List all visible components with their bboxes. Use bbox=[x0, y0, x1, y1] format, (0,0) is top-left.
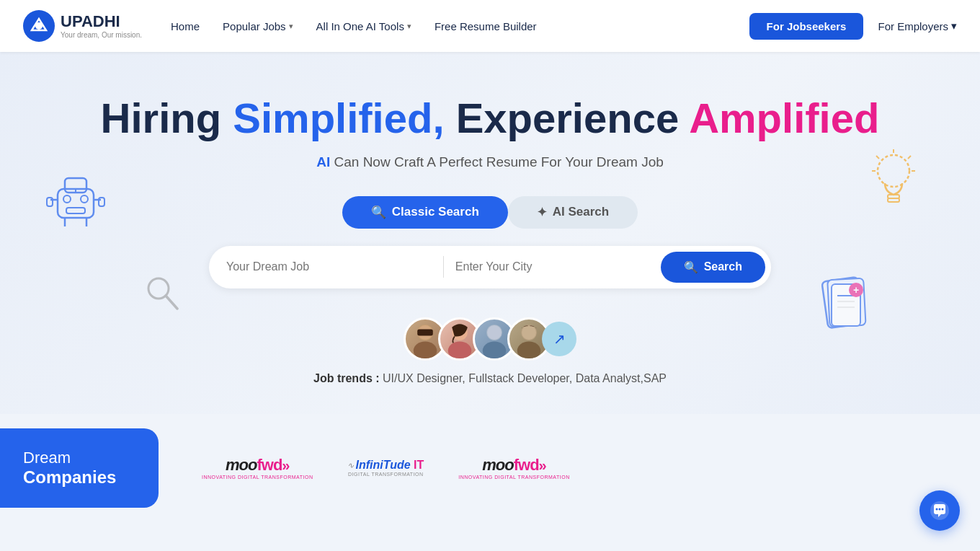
search-bar: 🔍 Search bbox=[209, 246, 771, 288]
hero-section: + Hiring Simplified, Experience Amplifie… bbox=[0, 52, 980, 414]
ai-search-sparkle-icon: ✦ bbox=[537, 205, 547, 220]
chat-widget[interactable] bbox=[919, 490, 960, 531]
trends-label: Job trends : bbox=[313, 372, 383, 384]
svg-point-33 bbox=[414, 341, 437, 358]
svg-point-1 bbox=[35, 22, 43, 30]
robot-decoration bbox=[43, 167, 108, 242]
svg-point-6 bbox=[81, 195, 88, 203]
classic-search-button[interactable]: 🔍 Classic Search bbox=[342, 196, 508, 229]
svg-rect-35 bbox=[417, 329, 433, 335]
nav-right: For Jobseekers For Employers ▾ bbox=[749, 13, 957, 40]
moofwd-logo-2: moofwd» INNOVATING DIGITAL TRANSFORMATIO… bbox=[458, 456, 569, 480]
svg-line-23 bbox=[166, 296, 177, 309]
companies-section: Dream Companies moofwd» INNOVATING DIGIT… bbox=[0, 428, 980, 508]
employers-link[interactable]: For Employers ▾ bbox=[878, 19, 957, 32]
logo-text-main: UPADHI bbox=[61, 13, 142, 30]
popular-jobs-chevron: ▾ bbox=[289, 22, 293, 31]
svg-line-19 bbox=[876, 156, 879, 159]
classic-search-icon: 🔍 bbox=[371, 205, 386, 220]
svg-point-37 bbox=[448, 341, 471, 358]
svg-point-5 bbox=[63, 195, 71, 203]
nav-links: Home Popular Jobs ▾ All In One AI Tools … bbox=[171, 20, 749, 32]
svg-point-43 bbox=[522, 325, 536, 340]
svg-rect-16 bbox=[888, 198, 899, 202]
moofwd-logo-1: moofwd» INNOVATING DIGITAL TRANSFORMATIO… bbox=[202, 456, 313, 480]
nav-home[interactable]: Home bbox=[171, 20, 200, 32]
job-trends-text: Job trends : UI/UX Designer, Fullstack D… bbox=[313, 372, 667, 385]
title-hiring: Hiring bbox=[101, 94, 233, 141]
hero-subtitle: AI Can Now Craft A Perfect Resume For Yo… bbox=[0, 154, 980, 170]
ai-search-button[interactable]: ✦ AI Search bbox=[508, 196, 638, 229]
subtitle-rest: Can Now Craft A Perfect Resume For Your … bbox=[330, 154, 664, 169]
search-button-icon: 🔍 bbox=[684, 260, 698, 274]
ai-tools-chevron: ▾ bbox=[407, 22, 411, 31]
svg-point-46 bbox=[939, 508, 941, 511]
avatar-row: ↗ bbox=[404, 317, 576, 361]
chat-icon bbox=[930, 501, 950, 521]
bulb-decoration bbox=[865, 146, 922, 228]
svg-rect-7 bbox=[66, 208, 85, 213]
logo-text-sub: Your dream, Our mission. bbox=[61, 31, 142, 39]
svg-point-40 bbox=[487, 325, 502, 340]
city-search-input[interactable] bbox=[455, 260, 661, 273]
svg-rect-13 bbox=[99, 198, 104, 206]
logo[interactable]: UPADHI Your dream, Our mission. bbox=[23, 10, 142, 42]
trends-items: UI/UX Designer, Fullstack Developer, Dat… bbox=[383, 372, 667, 384]
svg-point-42 bbox=[517, 341, 540, 358]
svg-text:+: + bbox=[853, 284, 859, 296]
navbar: UPADHI Your dream, Our mission. Home Pop… bbox=[0, 0, 980, 52]
title-simplified: Simplified, bbox=[233, 94, 444, 141]
svg-point-39 bbox=[483, 341, 506, 358]
svg-rect-12 bbox=[47, 198, 53, 206]
dream-companies-label: Dream Companies bbox=[0, 428, 159, 508]
employers-chevron: ▾ bbox=[951, 19, 957, 32]
nav-resume-builder[interactable]: Free Resume Builder bbox=[435, 20, 537, 32]
search-button[interactable]: 🔍 Search bbox=[661, 252, 765, 283]
title-amplified: Amplified bbox=[689, 94, 879, 141]
search-divider bbox=[443, 256, 444, 278]
logo-icon bbox=[23, 10, 55, 42]
magnify-decoration bbox=[144, 274, 180, 320]
companies-logos: moofwd» INNOVATING DIGITAL TRANSFORMATIO… bbox=[159, 428, 980, 508]
job-search-input[interactable] bbox=[226, 260, 432, 273]
subtitle-ai: AI bbox=[316, 154, 330, 169]
nav-ai-tools[interactable]: All In One AI Tools ▾ bbox=[316, 20, 411, 32]
doc-decoration: + bbox=[821, 276, 872, 342]
title-experience: Experience bbox=[445, 94, 690, 141]
svg-point-14 bbox=[878, 155, 909, 187]
hero-title: Hiring Simplified, Experience Amplified bbox=[0, 95, 980, 141]
nav-popular-jobs[interactable]: Popular Jobs ▾ bbox=[223, 20, 293, 32]
svg-point-45 bbox=[936, 508, 938, 511]
avatar-arrow-button[interactable]: ↗ bbox=[542, 322, 576, 356]
svg-line-18 bbox=[908, 156, 911, 159]
infinitude-logo: ∿ InfiniTude IT DIGITAL TRANSFORMATION bbox=[347, 459, 424, 477]
search-toggle: 🔍 Classic Search ✦ AI Search bbox=[0, 196, 980, 229]
svg-point-47 bbox=[942, 508, 944, 511]
jobseekers-button[interactable]: For Jobseekers bbox=[749, 13, 864, 40]
